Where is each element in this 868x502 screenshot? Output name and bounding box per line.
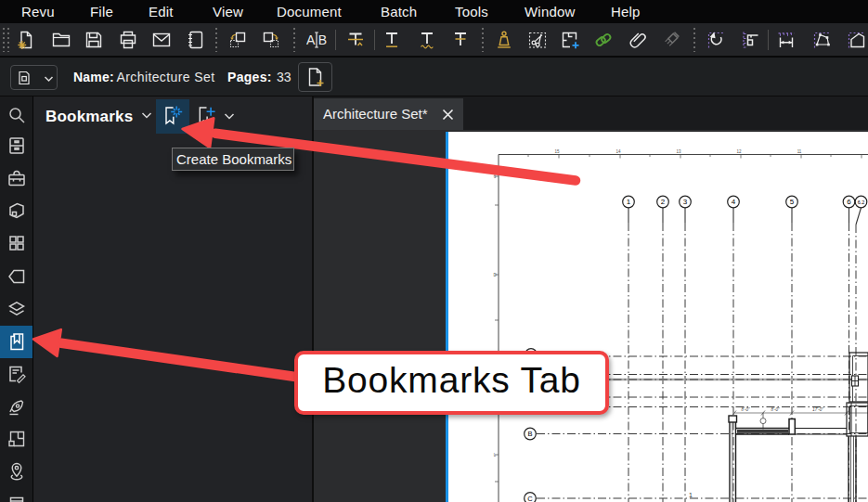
svg-text:1: 1 [689,492,693,498]
svg-text:14: 14 [615,149,621,154]
svg-text:3: 3 [683,198,688,206]
svg-text:13: 13 [676,149,681,154]
svg-text:C: C [527,495,533,502]
svg-text:15: 15 [554,149,560,154]
svg-text:1: 1 [627,198,631,206]
svg-text:6: 6 [494,174,497,179]
svg-text:2: 2 [661,198,666,206]
svg-text:4: 4 [732,198,736,206]
svg-text:17'-0": 17'-0" [812,407,823,412]
svg-text:L: L [494,453,497,457]
svg-text:B: B [527,430,532,438]
svg-text:8'-0": 8'-0" [771,407,780,412]
svg-text:A: A [306,32,316,47]
svg-text:D: D [493,273,497,277]
svg-text:5: 5 [790,198,795,206]
svg-text:6.2: 6.2 [858,200,865,205]
svg-text:8'-0": 8'-0" [742,407,750,412]
svg-text:B: B [318,32,327,47]
svg-text:12: 12 [736,149,742,154]
svg-text:6: 6 [847,198,851,206]
svg-text:11: 11 [797,149,802,154]
